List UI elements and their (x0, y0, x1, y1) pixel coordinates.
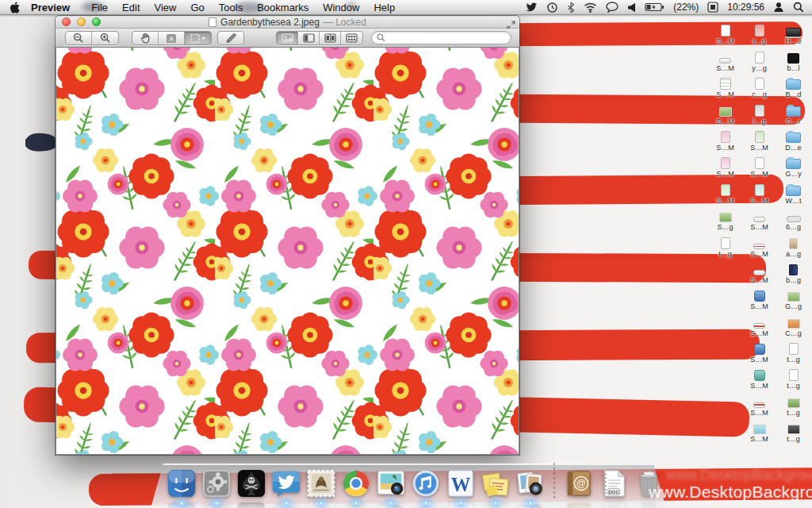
desktop-file-icon[interactable]: t…g (742, 19, 776, 45)
dock-mail-icon[interactable] (304, 467, 337, 499)
zoom-window-button[interactable] (92, 17, 101, 26)
dock-word-icon[interactable]: W (444, 467, 477, 499)
lock-status: — Locked (324, 17, 366, 28)
desktop-file-icon[interactable]: S…M (708, 125, 742, 152)
dock-chrome-icon[interactable] (339, 467, 372, 499)
desktop-file-icon[interactable]: t…g (708, 231, 742, 257)
file-label: a…g (786, 250, 801, 258)
view-content-only-button[interactable] (277, 32, 298, 44)
file-label: S…M (750, 409, 768, 417)
file-icon (753, 244, 765, 249)
desktop-file-icon[interactable]: S…M (742, 205, 776, 231)
desktop-file-icon[interactable]: t…g (776, 390, 810, 416)
desktop-file-icon[interactable]: S…M (742, 337, 776, 364)
messages-icon[interactable] (606, 2, 619, 13)
move-tool-button[interactable] (132, 32, 159, 44)
desktop-file-icon[interactable]: S…M (742, 284, 776, 310)
battery-icon[interactable] (645, 2, 665, 12)
file-icon (721, 25, 730, 37)
menu-item[interactable]: Tools (212, 2, 250, 13)
desktop-file-icon[interactable]: b…l (776, 45, 810, 71)
menu-item[interactable]: Edit (115, 2, 147, 13)
desktop-file-icon[interactable]: S…M (708, 152, 742, 178)
desktop-file-icon[interactable]: y…g (742, 45, 776, 71)
dock-doc-file-icon[interactable]: DOC (597, 467, 630, 499)
desktop-file-icon[interactable]: S…M (708, 45, 742, 71)
dock-finder-icon[interactable] (165, 467, 197, 499)
dock-itunes-icon[interactable] (409, 467, 442, 499)
desktop-file-icon[interactable]: t…g (776, 364, 810, 390)
desktop-file-icon[interactable]: G…g (776, 284, 810, 310)
menu-item[interactable]: Go (183, 2, 211, 13)
desktop-file-icon[interactable]: t…g (776, 337, 810, 364)
desktop-file-icon[interactable]: D…e (776, 125, 810, 152)
desktop-file-icon[interactable]: t…g (776, 417, 810, 443)
desktop-file-icon[interactable]: S…M (708, 98, 742, 125)
desktop-file-icon[interactable]: S…g (708, 205, 742, 231)
search-input[interactable] (389, 33, 511, 43)
dock-iphoto-icon[interactable] (374, 467, 407, 499)
volume-icon[interactable] (627, 2, 636, 13)
desktop-file-icon[interactable]: S…M (742, 310, 776, 337)
zoom-in-button[interactable] (92, 32, 118, 44)
menu-item[interactable]: File (84, 2, 115, 13)
desktop-file-icon[interactable]: S…M (742, 364, 776, 390)
view-thumbnails-button[interactable] (298, 32, 320, 44)
file-label: l…g (753, 117, 765, 125)
window-titlebar[interactable]: Gardenbythesea 2.jpeg — Locked (56, 16, 519, 29)
desktop-file-icon[interactable]: S…M (708, 72, 742, 98)
apple-menu-icon[interactable] (10, 2, 20, 13)
desktop-file-icon[interactable]: S…M (742, 125, 776, 152)
desktop-file-icon[interactable]: G…y (776, 152, 810, 178)
file-label: b…l (787, 64, 799, 72)
desktop-file-icon[interactable]: l…g (742, 98, 776, 125)
desktop-file-icon[interactable]: C…r (776, 98, 810, 125)
dock-system-preferences-icon[interactable] (200, 467, 232, 499)
desktop-file-icon[interactable]: S…M (742, 178, 776, 204)
menu-item[interactable]: View (147, 2, 184, 13)
desktop-file-icon[interactable]: H…e (776, 19, 810, 45)
dock-stickies-icon[interactable] (479, 467, 511, 499)
file-icon (755, 131, 764, 143)
desktop-file-icon[interactable]: W…t (776, 178, 810, 204)
view-contact-sheet-button[interactable] (341, 32, 362, 44)
desktop-file-icon[interactable]: 6…g (776, 205, 810, 231)
desktop-file-icon[interactable]: S…M (742, 417, 776, 443)
dock-twitter-icon[interactable] (270, 467, 302, 499)
minimize-button[interactable] (77, 17, 86, 26)
dock-photo-booth-icon[interactable] (514, 467, 546, 499)
dock-address-book-icon[interactable]: @ (562, 467, 595, 499)
active-app-name[interactable]: Preview (31, 2, 70, 13)
wifi-icon[interactable] (584, 2, 597, 13)
close-button[interactable] (62, 17, 71, 26)
time-machine-icon[interactable] (546, 2, 558, 13)
desktop-file-icon[interactable]: S…M (708, 19, 742, 45)
menu-item[interactable]: Bookmarks (250, 2, 316, 13)
desktop-file-icon[interactable]: c…g (742, 72, 776, 98)
desktop-file-icon[interactable]: S…M (708, 178, 742, 204)
zoom-out-button[interactable] (66, 32, 92, 44)
desktop-file-icon[interactable]: S…M (742, 390, 776, 416)
desktop-file-icon[interactable]: S…M (742, 152, 776, 178)
user-menu-icon[interactable] (773, 2, 784, 13)
desktop-file-icon[interactable]: B…d (776, 72, 810, 98)
document-proxy-icon[interactable] (209, 17, 216, 27)
view-two-pages-button[interactable] (320, 32, 341, 44)
menu-item[interactable]: Window (316, 2, 366, 13)
desktop-file-icon[interactable]: C…g (776, 310, 810, 337)
annotate-button[interactable] (217, 31, 244, 45)
twitter-menu-icon[interactable] (525, 2, 538, 13)
desktop-file-icon[interactable]: a…g (776, 231, 810, 257)
file-label: S…M (750, 329, 768, 337)
desktop-file-icon[interactable]: S…M (742, 231, 776, 257)
menu-bar-clock[interactable]: 10:29:56 (727, 2, 764, 13)
input-menu-icon[interactable] (707, 2, 718, 13)
rect-selection-tool-button[interactable] (185, 32, 211, 44)
text-selection-tool-button[interactable]: A (159, 32, 185, 44)
spotlight-icon[interactable] (793, 2, 804, 13)
desktop-file-icon[interactable]: b…g (776, 258, 810, 284)
menu-item[interactable]: Help (366, 2, 402, 13)
desktop-file-icon[interactable]: S…M (742, 258, 776, 284)
bluetooth-icon[interactable] (567, 2, 575, 13)
dock-spades-game-icon[interactable] (235, 467, 267, 499)
